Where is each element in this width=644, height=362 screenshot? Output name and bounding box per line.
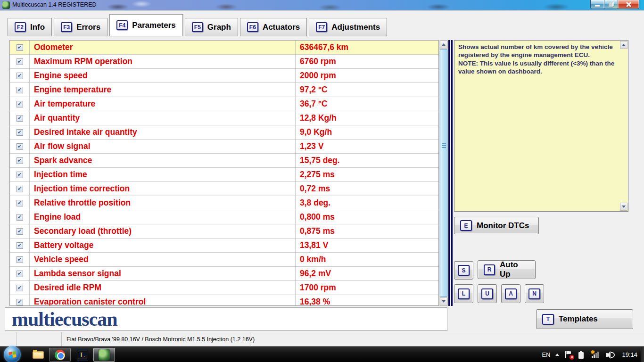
parameter-value: 16,38 % bbox=[295, 295, 438, 306]
auto-up-button[interactable]: R Auto Up bbox=[478, 260, 536, 279]
row-checkbox[interactable]: ✔ bbox=[10, 281, 30, 295]
row-checkbox[interactable]: ✔ bbox=[10, 196, 30, 210]
show-desktop-button[interactable] bbox=[641, 347, 644, 362]
action-center-flag-icon[interactable]: × bbox=[564, 350, 573, 360]
table-row[interactable]: ✔Air quantity12,8 Kg/h bbox=[10, 111, 438, 125]
check-icon: ✔ bbox=[17, 158, 22, 163]
table-row[interactable]: ✔Battery voltage13,81 V bbox=[10, 239, 438, 253]
row-checkbox[interactable]: ✔ bbox=[10, 55, 30, 68]
language-indicator[interactable]: EN bbox=[542, 351, 550, 358]
multiecuscan-taskbar-button[interactable] bbox=[93, 348, 115, 362]
row-checkbox[interactable]: ✔ bbox=[10, 97, 30, 111]
table-row[interactable]: ✔Evaporation canister control16,38 % bbox=[10, 295, 438, 306]
table-row[interactable]: ✔Injection time2,275 ms bbox=[10, 168, 438, 182]
row-checkbox[interactable]: ✔ bbox=[10, 140, 30, 153]
tab-label: Adjustments bbox=[331, 23, 380, 32]
table-row[interactable]: ✔Lambda sensor signal96,2 mV bbox=[10, 267, 438, 281]
s-button[interactable]: S bbox=[454, 261, 473, 280]
checkbox-icon: ✔ bbox=[17, 73, 23, 79]
minimize-button[interactable] bbox=[590, 0, 604, 9]
tab-label: Graph bbox=[207, 23, 231, 32]
table-row[interactable]: ✔Air temperature36,7 °C bbox=[10, 97, 438, 111]
keycap-u: U bbox=[481, 288, 493, 299]
l-button[interactable]: L bbox=[454, 284, 473, 303]
chrome-button[interactable] bbox=[49, 348, 71, 362]
arrow-up-icon bbox=[622, 44, 626, 46]
row-checkbox[interactable]: ✔ bbox=[10, 224, 30, 238]
table-row[interactable]: ✔Relative throttle position3,8 deg. bbox=[10, 196, 438, 210]
parameter-value: 2,275 ms bbox=[295, 168, 438, 181]
scroll-up-button[interactable] bbox=[440, 41, 447, 49]
start-button[interactable] bbox=[4, 346, 21, 362]
info-scroll-up-button[interactable] bbox=[620, 41, 627, 49]
parameter-name: Lambda sensor signal bbox=[30, 267, 295, 280]
table-row[interactable]: ✔Air flow signal1,23 V bbox=[10, 140, 438, 154]
check-icon: ✔ bbox=[17, 73, 22, 78]
table-row[interactable]: ✔Desired idle RPM1700 rpm bbox=[10, 281, 438, 295]
row-checkbox[interactable]: ✔ bbox=[10, 111, 30, 125]
monitor-dtcs-button[interactable]: E Monitor DTCs bbox=[454, 217, 539, 234]
row-checkbox[interactable]: ✔ bbox=[10, 41, 30, 54]
row-checkbox[interactable]: ✔ bbox=[10, 267, 30, 280]
table-row[interactable]: ✔Spark advance15,75 deg. bbox=[10, 154, 438, 168]
status-cell-empty bbox=[17, 332, 62, 346]
table-row[interactable]: ✔Engine load0,800 ms bbox=[10, 210, 438, 224]
table-row[interactable]: ✔Vehicle speed0 km/h bbox=[10, 253, 438, 267]
row-checkbox[interactable]: ✔ bbox=[10, 295, 30, 306]
table-row[interactable]: ✔Odometer636467,6 km bbox=[10, 41, 438, 55]
scrollbar-thumb[interactable] bbox=[440, 49, 447, 297]
info-paragraph: NOTE: This value is usually different (<… bbox=[458, 59, 616, 76]
table-row[interactable]: ✔Engine temperature97,2 °C bbox=[10, 83, 438, 97]
table-row[interactable]: ✔Engine speed2000 rpm bbox=[10, 69, 438, 83]
hidden-icons-arrow[interactable] bbox=[555, 354, 559, 356]
info-scrollbar[interactable] bbox=[619, 41, 627, 211]
table-row[interactable]: ✔Maximum RPM operation6760 rpm bbox=[10, 55, 438, 69]
row-checkbox[interactable]: ✔ bbox=[10, 154, 30, 167]
parameter-value: 0,800 ms bbox=[295, 210, 438, 224]
restore-icon bbox=[609, 2, 614, 7]
no-internet-star-icon: ✱ bbox=[590, 350, 594, 355]
row-checkbox[interactable]: ✔ bbox=[10, 182, 30, 196]
parameter-value: 3,8 deg. bbox=[295, 196, 438, 210]
tab-info[interactable]: F2Info bbox=[8, 18, 52, 36]
check-icon: ✔ bbox=[17, 229, 22, 234]
row-checkbox[interactable]: ✔ bbox=[10, 69, 30, 82]
u-button[interactable]: U bbox=[478, 284, 497, 303]
table-row[interactable]: ✔Secondary load (throttle)0,875 ms bbox=[10, 224, 438, 239]
tab-graph[interactable]: F5Graph bbox=[185, 18, 238, 36]
n-button[interactable]: N bbox=[525, 284, 544, 303]
row-checkbox[interactable]: ✔ bbox=[10, 239, 30, 252]
close-button[interactable] bbox=[618, 0, 639, 9]
check-icon: ✔ bbox=[17, 101, 22, 107]
tab-errors[interactable]: F3Errors bbox=[54, 18, 107, 36]
info-scroll-down-button[interactable] bbox=[620, 203, 627, 211]
table-row[interactable]: ✔Desired intake air quantity9,0 Kg/h bbox=[10, 125, 438, 140]
league-of-legends-button[interactable]: L bbox=[74, 348, 91, 362]
table-scrollbar[interactable] bbox=[439, 40, 448, 306]
network-icon[interactable]: ✱ bbox=[592, 350, 600, 360]
row-checkbox[interactable]: ✔ bbox=[10, 168, 30, 181]
volume-icon[interactable] bbox=[605, 350, 614, 360]
parameter-value: 97,2 °C bbox=[295, 83, 438, 97]
battery-icon[interactable] bbox=[578, 350, 586, 360]
row-checkbox[interactable]: ✔ bbox=[10, 125, 30, 139]
windows-logo-icon bbox=[8, 351, 16, 358]
tab-actuators[interactable]: F6Actuators bbox=[240, 18, 307, 36]
row-checkbox[interactable]: ✔ bbox=[10, 210, 30, 224]
a-button[interactable]: A bbox=[501, 284, 520, 303]
keycap-a: A bbox=[505, 288, 517, 299]
table-row[interactable]: ✔Injection time correction0,72 ms bbox=[10, 182, 438, 196]
row-checkbox[interactable]: ✔ bbox=[10, 253, 30, 266]
check-icon: ✔ bbox=[17, 200, 22, 206]
keycap-r: R bbox=[484, 264, 495, 275]
tab-adjustments[interactable]: F7Adjustments bbox=[309, 18, 387, 36]
row-checkbox[interactable]: ✔ bbox=[10, 83, 30, 97]
tab-parameters[interactable]: F4Parameters bbox=[109, 14, 183, 36]
scroll-down-button[interactable] bbox=[440, 297, 447, 305]
clock[interactable]: 19:14 bbox=[622, 351, 637, 358]
restore-button[interactable] bbox=[604, 0, 618, 9]
parameter-name: Desired intake air quantity bbox=[30, 125, 295, 139]
templates-button[interactable]: T Templates bbox=[536, 309, 633, 329]
file-explorer-button[interactable] bbox=[30, 348, 46, 362]
parameter-name: Spark advance bbox=[30, 154, 295, 167]
